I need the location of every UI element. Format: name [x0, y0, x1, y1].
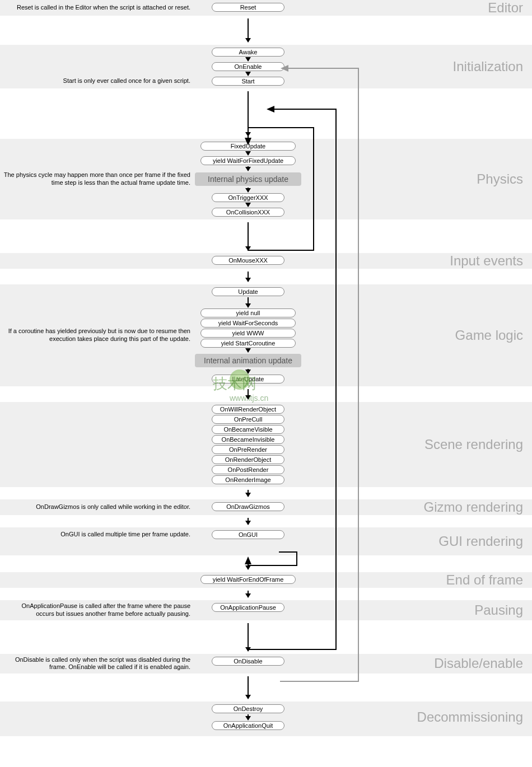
- node-lateupdate: LateUpdate: [212, 375, 284, 384]
- gap: [0, 620, 532, 654]
- node-awake: Awake: [212, 48, 284, 57]
- gap: [0, 269, 532, 284]
- gap: [0, 555, 532, 572]
- title-scene: Scene rendering: [424, 437, 523, 452]
- note-editor: Reset is called in the Editor when the s…: [0, 0, 195, 16]
- title-decommission: Decommissioning: [417, 709, 523, 725]
- gap: [0, 219, 532, 253]
- section-gamelogic: If a coroutine has yielded previously bu…: [0, 284, 532, 386]
- arrow-down-icon: [248, 297, 249, 307]
- node-yield-www: yield WWW: [200, 329, 296, 338]
- arrow-down-icon: [248, 558, 249, 569]
- node-ontrigger: OnTriggerXXX: [212, 193, 284, 202]
- section-pausing: OnApplicationPause is called after the f…: [0, 600, 532, 620]
- note-gizmo: OnDrawGizmos is only called while workin…: [0, 499, 195, 515]
- gap: [0, 88, 532, 139]
- section-physics: The physics cycle may happen more than o…: [0, 139, 532, 219]
- arrow-down-icon: [248, 152, 249, 155]
- section-decommission: OnDestroy OnApplicationQuit Decommission…: [0, 701, 532, 736]
- node-onbecamevisible: OnBecameVisible: [212, 425, 284, 434]
- internal-animation: Internal animation update: [195, 354, 301, 367]
- note-gamelogic: If a coroutine has yielded previously bu…: [0, 284, 195, 386]
- node-yield-null: yield null: [200, 308, 296, 317]
- node-onpostrender: OnPostRender: [212, 465, 284, 474]
- node-onprerender: OnPreRender: [212, 445, 284, 454]
- node-onenable: OnEnable: [212, 62, 284, 71]
- node-onwillrenderobject: OnWillRenderObject: [212, 405, 284, 414]
- gap: [0, 487, 532, 499]
- arrow-down-icon: [248, 272, 249, 282]
- node-ondrawgizmos: OnDrawGizmos: [212, 502, 284, 511]
- node-onprecull: OnPreCull: [212, 415, 284, 424]
- title-gui: GUI rendering: [438, 534, 523, 549]
- title-gamelogic: Game logic: [455, 328, 523, 343]
- node-yield-startcoroutine: yield StartCoroutine: [200, 339, 296, 348]
- title-disable: Disable/enable: [434, 656, 523, 671]
- node-ondisable: OnDisable: [212, 657, 284, 666]
- arrow-down-icon: [248, 72, 249, 76]
- arrow-down-icon: [248, 166, 249, 171]
- node-reset: Reset: [212, 3, 284, 12]
- arrow-down-icon: [248, 58, 249, 61]
- node-onmouse: OnMouseXXX: [212, 256, 284, 265]
- node-oncollision: OnCollisionXXX: [212, 208, 284, 217]
- gap: [0, 588, 532, 600]
- arrow-down-icon: [248, 91, 249, 136]
- node-onrenderimage: OnRenderImage: [212, 475, 284, 484]
- node-yield-fixedupdate: yield WaitForFixedUpdate: [200, 156, 296, 165]
- title-gizmo: Gizmo rendering: [424, 499, 523, 515]
- node-yield-endofframe: yield WaitForEndOfFrame: [200, 575, 296, 584]
- arrow-down-icon: [248, 203, 249, 207]
- arrow-down-icon: [248, 188, 249, 192]
- node-onrenderobject: OnRenderObject: [212, 455, 284, 464]
- node-fixedupdate: FixedUpdate: [200, 142, 296, 151]
- section-initialization: Start is only ever called once for a giv…: [0, 45, 532, 88]
- section-disable: OnDisable is called only when the script…: [0, 654, 532, 674]
- section-endframe: yield WaitForEndOfFrame End of frame: [0, 572, 532, 588]
- title-init: Initialization: [453, 59, 523, 74]
- arrow-down-icon: [248, 389, 249, 399]
- title-pausing: Pausing: [474, 602, 523, 618]
- note-pausing: OnApplicationPause is called after the f…: [0, 600, 195, 620]
- arrow-down-icon: [248, 676, 249, 699]
- node-ondestroy: OnDestroy: [212, 704, 284, 713]
- note-gui: OnGUI is called multiple time per frame …: [0, 527, 195, 555]
- node-update: Update: [212, 287, 284, 296]
- arrow-down-icon: [248, 591, 249, 597]
- section-input: OnMouseXXX Input events: [0, 253, 532, 269]
- note-physics: The physics cycle may happen more than o…: [0, 139, 195, 219]
- section-gizmo: OnDrawGizmos is only called while workin…: [0, 499, 532, 515]
- arrow-down-icon: [248, 369, 249, 373]
- arrow-down-icon: [248, 18, 249, 42]
- node-yield-waitforseconds: yield WaitForSeconds: [200, 319, 296, 328]
- node-start: Start: [212, 77, 284, 86]
- node-onapplicationquit: OnApplicationQuit: [212, 721, 284, 730]
- note-disable: OnDisable is called only when the script…: [0, 654, 195, 674]
- editor-nodes: Reset: [195, 0, 301, 16]
- gap: [0, 16, 532, 45]
- note-init: Start is only ever called once for a giv…: [0, 45, 195, 88]
- section-gui: OnGUI is called multiple time per frame …: [0, 527, 532, 555]
- gap: [0, 386, 532, 402]
- arrow-down-icon: [248, 623, 249, 651]
- gap: [0, 674, 532, 701]
- title-physics: Physics: [477, 171, 523, 187]
- title-editor: Editor: [488, 0, 523, 16]
- node-ongui: OnGUI: [212, 530, 284, 539]
- arrow-down-icon: [248, 518, 249, 525]
- internal-physics: Internal physics update: [195, 172, 301, 186]
- node-onbecameinvisible: OnBecameInvisible: [212, 435, 284, 444]
- title-input: Input events: [450, 253, 523, 269]
- gap: [0, 515, 532, 527]
- arrow-down-icon: [248, 222, 249, 250]
- node-onapplicationpause: OnApplicationPause: [212, 603, 284, 612]
- section-scene: OnWillRenderObject OnPreCull OnBecameVis…: [0, 402, 532, 487]
- arrow-down-icon: [248, 490, 249, 497]
- section-editor: Reset is called in the Editor when the s…: [0, 0, 532, 16]
- title-endframe: End of frame: [446, 572, 523, 588]
- arrow-down-icon: [248, 349, 249, 352]
- arrow-down-icon: [248, 714, 249, 720]
